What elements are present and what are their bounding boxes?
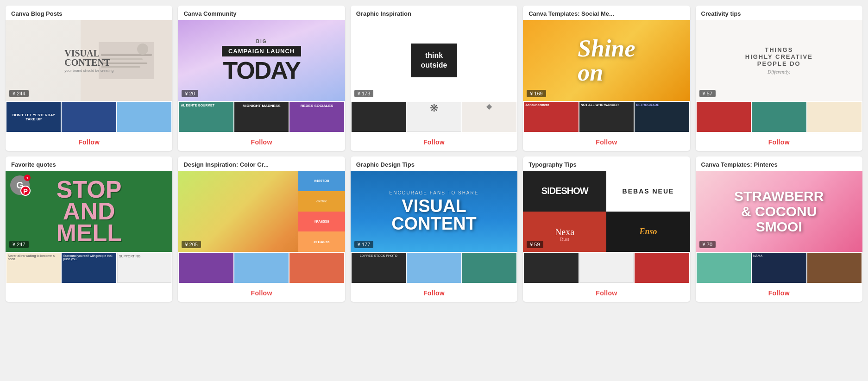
card-creativity-tips: Creativity tips THINGSHIGHLY CREATIVEPEO… bbox=[696, 6, 862, 151]
thumb-item bbox=[579, 253, 634, 283]
card-title: Typography Tips bbox=[523, 156, 690, 171]
thumb-item bbox=[407, 253, 461, 283]
card-badge: ¥ 244 bbox=[9, 90, 29, 97]
card-thumbs: 10 FREE STOCK PHOTO bbox=[351, 252, 517, 284]
differently-label: Differently. bbox=[767, 69, 790, 75]
typography-grid: SIDESHOW BEBAS NEUE Nexa Rust Enso bbox=[523, 171, 690, 252]
thumb-item bbox=[62, 102, 116, 132]
follow-button[interactable]: Follow bbox=[251, 289, 272, 297]
think-outside-label: thinkoutside bbox=[411, 44, 458, 78]
shine-label: Shineon bbox=[578, 37, 635, 85]
thumb-item bbox=[234, 253, 289, 283]
card-main-image: VISUAL CONTENT your brand should be crea… bbox=[6, 20, 172, 101]
thumb-item: Never allow waiting to become a habit. bbox=[6, 253, 61, 283]
card-follow-section: Follow bbox=[178, 133, 345, 151]
card-canva-community: Canva Community BIG CAMPAIGN LAUNCH TODA… bbox=[178, 6, 345, 151]
typo-sideshow: SIDESHOW bbox=[523, 171, 606, 212]
card-title: Creativity tips bbox=[696, 6, 862, 20]
follow-button[interactable]: Follow bbox=[78, 138, 100, 146]
thumb-item: Announcement bbox=[524, 102, 578, 132]
thumb-item: NAMA bbox=[752, 253, 806, 283]
avatar: G P 1 bbox=[10, 175, 30, 195]
thumb-item bbox=[524, 253, 578, 283]
card-follow-section: Follow bbox=[6, 133, 172, 151]
campaign-label: CAMPAIGN LAUNCH bbox=[222, 46, 301, 56]
thumb-item bbox=[179, 253, 233, 283]
card-main-image: SIDESHOW BEBAS NEUE Nexa Rust Enso ¥ 59 bbox=[523, 171, 690, 252]
follow-button[interactable]: Follow bbox=[251, 138, 272, 146]
card-favorite-quotes: Favorite quotes G P 1 STOPANDMELL ¥ 247 bbox=[6, 156, 172, 302]
thumb-item: MIDNIGHT MADNESS bbox=[234, 102, 289, 132]
card-badge: ¥ 173 bbox=[354, 90, 374, 97]
creativity-label: THINGSHIGHLY CREATIVEPEOPLE DO bbox=[745, 46, 813, 67]
card-thumbs: AL DENTE GOURMET MIDNIGHT MADNESS REDES … bbox=[178, 101, 345, 133]
notification-badge: P bbox=[20, 186, 31, 196]
thumb-item: AL DENTE GOURMET bbox=[179, 102, 233, 132]
card-thumbs bbox=[178, 252, 345, 284]
card-follow-section: Follow bbox=[351, 284, 517, 302]
card-badge: ¥ 247 bbox=[9, 241, 29, 248]
card-main-image: BIG CAMPAIGN LAUNCH TODAY ¥ 20 bbox=[178, 20, 345, 101]
follow-button[interactable]: Follow bbox=[423, 138, 445, 146]
card-main-image: ENCOURAGE FANS TO SHARE VISUALCONTENT ¥ … bbox=[351, 171, 517, 252]
thumb-item: DON'T LET YESTERDAY TAKE UP bbox=[6, 102, 61, 132]
card-follow-section: Follow bbox=[351, 133, 517, 151]
card-badge: ¥ 57 bbox=[699, 90, 716, 97]
card-canva-blog-posts: Canva Blog Posts VISUAL CONTENT your bra… bbox=[6, 6, 172, 151]
thumb-item: ❋ bbox=[407, 102, 461, 132]
card-thumbs bbox=[523, 252, 690, 284]
card-follow-section: Follow bbox=[178, 284, 345, 302]
thumb-item: ◆ bbox=[462, 102, 516, 132]
follow-button[interactable]: Follow bbox=[768, 289, 790, 297]
card-follow-section: Follow bbox=[696, 284, 862, 302]
card-title: Favorite quotes bbox=[6, 156, 172, 171]
follow-button[interactable]: Follow bbox=[768, 138, 790, 146]
card-main-image: G P 1 STOPANDMELL ¥ 247 bbox=[6, 171, 172, 252]
thumb-item bbox=[752, 102, 806, 132]
typo-bebas: BEBAS NEUE bbox=[606, 171, 690, 212]
card-canva-templates-pinterest: Canva Templates: Pinteres STRAWBERR& COC… bbox=[696, 156, 862, 302]
strawberry-label: STRAWBERR& COCONUSMOOI bbox=[734, 188, 824, 234]
follow-button[interactable]: Follow bbox=[423, 289, 445, 297]
encourage-label: ENCOURAGE FANS TO SHARE bbox=[390, 190, 479, 195]
card-follow-section: Follow bbox=[523, 133, 690, 151]
card-thumbs: Never allow waiting to become a habit. S… bbox=[6, 252, 172, 284]
card-badge: ¥ 20 bbox=[182, 90, 198, 97]
thumb-item bbox=[635, 253, 689, 283]
card-badge: ¥ 169 bbox=[527, 90, 546, 97]
card-main-image: Shineon ¥ 169 bbox=[523, 20, 690, 101]
typo-enso: Enso bbox=[606, 212, 690, 252]
card-title: Canva Blog Posts bbox=[6, 6, 172, 20]
follow-button[interactable]: Follow bbox=[596, 289, 617, 297]
thumb-item bbox=[352, 102, 406, 132]
card-title: Design Inspiration: Color Cr... bbox=[178, 156, 345, 171]
thumb-item bbox=[462, 253, 516, 283]
follow-button[interactable]: Follow bbox=[596, 138, 617, 146]
visual-content-label: VISUALCONTENT bbox=[391, 197, 477, 232]
cards-grid: Canva Blog Posts VISUAL CONTENT your bra… bbox=[0, 0, 868, 307]
thumb-item: SUPPORTING bbox=[117, 253, 171, 283]
card-title: Graphic Design Tips bbox=[351, 156, 517, 171]
card-thumbs: DON'T LET YESTERDAY TAKE UP bbox=[6, 101, 172, 133]
svg-text:Nexa: Nexa bbox=[555, 227, 574, 237]
card-title: Canva Templates: Pinteres bbox=[696, 156, 862, 171]
stop-text-label: STOPANDMELL bbox=[56, 179, 122, 244]
card-thumbs: NAMA bbox=[696, 252, 862, 284]
svg-point-5 bbox=[137, 44, 148, 55]
card-typography-tips: Typography Tips SIDESHOW BEBAS NEUE Nexa… bbox=[523, 156, 690, 302]
thumb-item: 10 FREE STOCK PHOTO bbox=[352, 253, 406, 283]
thumb-item: NOT ALL WHO WANDER bbox=[579, 102, 634, 132]
svg-text:Rust: Rust bbox=[560, 236, 569, 242]
thumb-item bbox=[807, 102, 862, 132]
card-badge: ¥ 177 bbox=[354, 241, 374, 248]
card-thumbs bbox=[696, 101, 862, 133]
thumb-item bbox=[697, 253, 751, 283]
card-canva-templates-social: Canva Templates: Social Me... Shineon ¥ … bbox=[523, 6, 690, 151]
card-title: Canva Community bbox=[178, 6, 345, 20]
thumb-item bbox=[697, 102, 751, 132]
card-thumbs: ❋ ◆ bbox=[351, 101, 517, 133]
thumb-item bbox=[289, 253, 344, 283]
card-main-image: THINGSHIGHLY CREATIVEPEOPLE DO Different… bbox=[696, 20, 862, 101]
thumb-item: REDES SOCIALES bbox=[289, 102, 344, 132]
card-follow-section: Follow bbox=[523, 284, 690, 302]
